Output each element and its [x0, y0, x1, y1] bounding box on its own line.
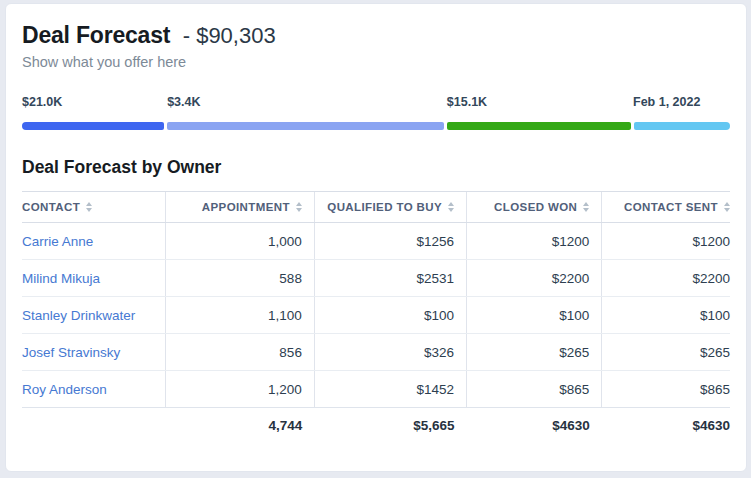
- progress-label: $3.4K: [167, 95, 200, 109]
- cell-qualified: $326: [314, 334, 466, 371]
- column-header-appointment[interactable]: APPOINTMENT: [165, 192, 314, 223]
- table-row: Josef Stravinsky 856 $326 $265 $265: [22, 334, 730, 371]
- progress-label: $21.0K: [22, 95, 62, 109]
- progress-bar: [22, 122, 730, 130]
- progress-segment-4: [634, 122, 730, 130]
- cell-closed-won: $100: [467, 297, 602, 334]
- cell-appointment: 1,200: [165, 371, 314, 408]
- cell-contact-sent: $100: [602, 297, 730, 334]
- cell-appointment: 856: [165, 334, 314, 371]
- forecast-total-amount: - $90,303: [183, 23, 276, 48]
- cell-contact-sent: $1200: [602, 223, 730, 260]
- sort-icon: [86, 202, 92, 212]
- column-header-qualified-to-buy[interactable]: QUALIFIED TO BUY: [314, 192, 466, 223]
- totals-appointment: 4,744: [165, 408, 314, 444]
- contact-link[interactable]: Roy Anderson: [22, 382, 107, 397]
- column-header-contact-sent[interactable]: CONTACT SENT: [602, 192, 730, 223]
- sort-icon: [448, 202, 454, 212]
- totals-empty: [22, 408, 165, 444]
- cell-contact-sent: $265: [602, 334, 730, 371]
- cell-qualified: $100: [314, 297, 466, 334]
- cell-appointment: 1,100: [165, 297, 314, 334]
- cell-appointment: 588: [165, 260, 314, 297]
- contact-link[interactable]: Carrie Anne: [22, 234, 93, 249]
- deal-forecast-table: CONTACT APPOINTMENT QUALIFIED TO BUY CLO…: [22, 191, 730, 444]
- cell-contact-sent: $865: [602, 371, 730, 408]
- cell-contact-sent: $2200: [602, 260, 730, 297]
- cell-closed-won: $1200: [467, 223, 602, 260]
- table-totals-row: 4,744 $5,665 $4630 $4630: [22, 408, 730, 444]
- cell-appointment: 1,000: [165, 223, 314, 260]
- progress-label: $15.1K: [447, 95, 487, 109]
- totals-closed-won: $4630: [467, 408, 602, 444]
- cell-qualified: $1256: [314, 223, 466, 260]
- page-title: Deal Forecast: [22, 22, 170, 48]
- progress-segment-2: [167, 122, 444, 130]
- table-header-row: CONTACT APPOINTMENT QUALIFIED TO BUY CLO…: [22, 192, 730, 223]
- contact-link[interactable]: Milind Mikuja: [22, 271, 100, 286]
- column-header-contact[interactable]: CONTACT: [22, 192, 165, 223]
- page-subtitle: Show what you offer here: [22, 54, 730, 70]
- cell-qualified: $1452: [314, 371, 466, 408]
- contact-link[interactable]: Stanley Drinkwater: [22, 308, 135, 323]
- section-title: Deal Forecast by Owner: [22, 157, 730, 178]
- contact-link[interactable]: Josef Stravinsky: [22, 345, 120, 360]
- table-row: Milind Mikuja 588 $2531 $2200 $2200: [22, 260, 730, 297]
- sort-icon: [724, 202, 730, 212]
- table-row: Carrie Anne 1,000 $1256 $1200 $1200: [22, 223, 730, 260]
- cell-closed-won: $865: [467, 371, 602, 408]
- deal-forecast-card: Deal Forecast - $90,303 Show what you of…: [5, 3, 747, 472]
- forecast-progress: $21.0K $3.4K $15.1K Feb 1, 2022: [22, 95, 730, 130]
- cell-closed-won: $265: [467, 334, 602, 371]
- progress-label: Feb 1, 2022: [633, 95, 700, 109]
- cell-qualified: $2531: [314, 260, 466, 297]
- sort-icon: [296, 202, 302, 212]
- progress-labels: $21.0K $3.4K $15.1K Feb 1, 2022: [22, 95, 730, 112]
- totals-contact-sent: $4630: [602, 408, 730, 444]
- table-row: Roy Anderson 1,200 $1452 $865 $865: [22, 371, 730, 408]
- progress-segment-1: [22, 122, 164, 130]
- progress-segment-3: [447, 122, 631, 130]
- column-header-closed-won[interactable]: CLOSED WON: [467, 192, 602, 223]
- totals-qualified: $5,665: [314, 408, 466, 444]
- table-row: Stanley Drinkwater 1,100 $100 $100 $100: [22, 297, 730, 334]
- card-header: Deal Forecast - $90,303: [22, 22, 730, 49]
- sort-icon: [583, 202, 589, 212]
- cell-closed-won: $2200: [467, 260, 602, 297]
